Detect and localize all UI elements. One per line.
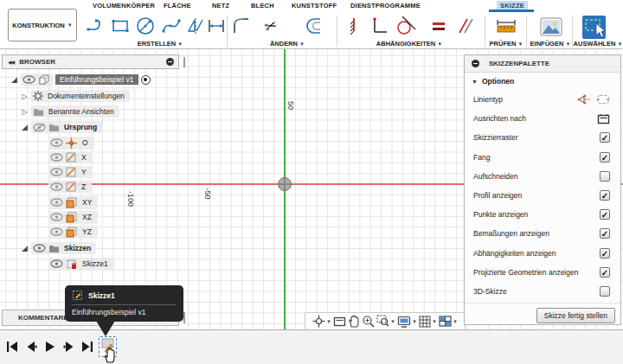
timeline-play-button[interactable]: [44, 340, 56, 354]
spline-tool-icon[interactable]: [160, 15, 183, 37]
panel-grip[interactable]: [183, 312, 185, 323]
row-label[interactable]: O: [80, 137, 91, 148]
row-label[interactable]: Benannte Ansichten: [47, 106, 116, 117]
row-label[interactable]: Dokumenteinstellungen: [46, 91, 126, 101]
expand-triangle-icon[interactable]: ◢: [21, 124, 29, 131]
collapsed-triangle-icon[interactable]: ▷: [21, 108, 29, 116]
timeline-skip-start-button[interactable]: [6, 340, 18, 354]
tab-kunststoff[interactable]: KUNSTSTOFF: [288, 1, 340, 11]
eye-icon[interactable]: [33, 244, 46, 252]
group-label-auswaehlen[interactable]: AUSWÄHLEN ▼: [573, 40, 623, 48]
finish-sketch-button[interactable]: Skizze fertig stellen: [536, 308, 615, 323]
palette-section-optionen[interactable]: ▼ Optionen: [465, 73, 620, 90]
browser-row-benannte-ansichten[interactable]: ▷ Benannte Ansichten: [21, 105, 119, 118]
tangent-constraint-icon[interactable]: [395, 15, 417, 37]
row-label[interactable]: Skizzen: [62, 243, 93, 253]
abhaengigkeiten-anzeigen-checkbox[interactable]: ✓: [600, 248, 610, 259]
row-label[interactable]: Skizze1: [80, 259, 111, 269]
row-label[interactable]: XY: [80, 197, 94, 208]
tab-dienstprogramme[interactable]: DIENSTPROGRAMME: [347, 1, 424, 11]
fang-checkbox[interactable]: ✓: [600, 152, 610, 163]
row-label[interactable]: Ursprung: [62, 122, 99, 132]
palette-header[interactable]: SKIZZENPALETTE: [465, 55, 620, 73]
group-label-pruefen[interactable]: PRÜFEN ▼: [486, 40, 526, 48]
browser-row-origin-point[interactable]: O: [48, 137, 94, 149]
row-label[interactable]: YZ: [80, 227, 94, 237]
browser-row-plane-xy[interactable]: XY: [48, 196, 98, 208]
panel-grip[interactable]: [183, 57, 185, 67]
display-settings-button[interactable]: ▼: [397, 316, 417, 328]
eye-icon[interactable]: [50, 259, 63, 268]
offset-tool-icon[interactable]: [305, 15, 327, 37]
tab-volumenkoerper[interactable]: VOLUMENKÖRPER: [89, 1, 158, 11]
fillet-tool-icon[interactable]: [230, 15, 253, 37]
linetype-construction-icon[interactable]: [596, 93, 610, 105]
konstruktion-dropdown-button[interactable]: KONSTRUKTION▼: [8, 9, 77, 42]
close-panel-icon[interactable]: [472, 60, 479, 67]
parallel-constraint-icon[interactable]: [454, 15, 477, 37]
eye-icon[interactable]: [50, 153, 63, 162]
select-tool-icon[interactable]: [581, 14, 607, 40]
eye-icon[interactable]: [50, 168, 63, 176]
tab-flaeche[interactable]: FLÄCHE: [160, 1, 195, 11]
grid-settings-button[interactable]: ▼: [419, 316, 437, 328]
group-label-aendern[interactable]: ÄNDERN ▼: [260, 40, 315, 48]
close-panel-icon[interactable]: [166, 58, 174, 66]
tab-netz[interactable]: NETZ: [209, 1, 233, 11]
eye-icon[interactable]: [50, 182, 63, 191]
browser-row-axis-z[interactable]: Z: [48, 181, 92, 193]
equal-constraint-icon[interactable]: [427, 15, 450, 37]
eye-icon[interactable]: [50, 213, 63, 221]
group-label-abhaengigkeiten[interactable]: ABHÄNGIGKEITEN ▼: [368, 40, 451, 48]
collapsed-triangle-icon[interactable]: ▷: [21, 93, 29, 100]
browser-row-skizze1[interactable]: Skizze1: [48, 258, 114, 270]
measure-tool-icon[interactable]: [495, 15, 517, 37]
orbit-button[interactable]: ▼: [312, 315, 331, 328]
browser-row-skizzen[interactable]: ◢ Skizzen: [21, 242, 96, 254]
aufschneiden-checkbox[interactable]: [600, 171, 610, 182]
dimension-tool-icon[interactable]: [205, 15, 228, 37]
perpendicular-constraint-icon[interactable]: [367, 15, 389, 37]
eye-icon[interactable]: [50, 227, 63, 236]
trim-scissors-icon[interactable]: ✂: [260, 15, 282, 37]
origin-marker[interactable]: [277, 176, 292, 192]
row-label[interactable]: Z: [79, 182, 88, 192]
bemassungen-anzeigen-checkbox[interactable]: ✓: [600, 228, 610, 239]
timeline-step-back-button[interactable]: [25, 340, 37, 354]
zoom-window-button[interactable]: ▼: [376, 315, 395, 328]
circle-tool-icon[interactable]: [134, 15, 157, 37]
rectangle-tool-icon[interactable]: [109, 15, 132, 37]
look-at-button[interactable]: [333, 316, 346, 327]
eye-icon[interactable]: [22, 75, 35, 84]
zoom-button[interactable]: [362, 315, 375, 328]
group-label-einfuegen[interactable]: EINFÜGEN ▼: [528, 40, 573, 48]
mirror-tool-icon[interactable]: [184, 15, 207, 37]
group-label-erstellen[interactable]: ERSTELLEN ▼: [130, 40, 190, 48]
document-root-label[interactable]: Einführungsbeispiel v1: [55, 74, 138, 85]
viewports-button[interactable]: ▼: [439, 316, 458, 327]
skizzierraster-checkbox[interactable]: ✓: [600, 132, 610, 143]
collapse-panel-icon[interactable]: ◀◀: [8, 59, 14, 65]
browser-row-axis-x[interactable]: X: [48, 151, 93, 163]
row-label[interactable]: Y: [79, 167, 89, 177]
row-label[interactable]: XZ: [80, 212, 94, 222]
insert-image-icon[interactable]: [539, 15, 563, 39]
eye-icon[interactable]: [50, 138, 63, 147]
linetype-spline-icon[interactable]: [577, 93, 591, 105]
line-tool-icon[interactable]: [85, 15, 107, 37]
expand-triangle-icon[interactable]: ◢: [21, 245, 29, 252]
browser-row-plane-xz[interactable]: XZ: [48, 211, 98, 223]
eye-off-icon[interactable]: [33, 123, 46, 132]
browser-row-plane-yz[interactable]: YZ: [48, 226, 98, 238]
browser-row-axis-y[interactable]: Y: [48, 166, 93, 178]
timeline-skip-end-button[interactable]: [81, 340, 93, 354]
fix-constraint-icon[interactable]: [342, 15, 364, 37]
pan-button[interactable]: [348, 315, 360, 328]
eye-icon[interactable]: [50, 198, 63, 207]
timeline-step-forward-button[interactable]: [63, 340, 75, 354]
row-label[interactable]: X: [79, 152, 89, 163]
3d-skizze-checkbox[interactable]: [600, 286, 610, 297]
browser-row-ursprung[interactable]: ◢ Ursprung: [21, 121, 102, 133]
browser-panel-header[interactable]: ◀◀ BROWSER: [2, 54, 179, 69]
profil-anzeigen-checkbox[interactable]: ✓: [600, 190, 610, 201]
